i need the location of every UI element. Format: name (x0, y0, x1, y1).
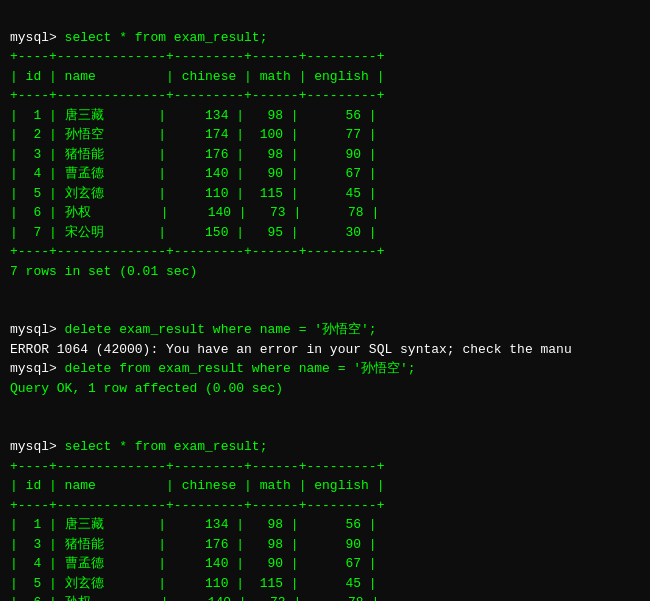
row-1-2: | 2 | 孙悟空 | 174 | 100 | 77 | (10, 127, 377, 142)
row-2-1: | 1 | 唐三藏 | 134 | 98 | 56 | (10, 517, 377, 532)
cmd-1: select * from exam_result; (65, 30, 268, 45)
row-1-4: | 4 | 曹孟德 | 140 | 90 | 67 | (10, 166, 377, 181)
row-2-3: | 3 | 猪悟能 | 176 | 98 | 90 | (10, 537, 377, 552)
header-1: | id | name | chinese | math | english | (10, 69, 384, 84)
header-2: | id | name | chinese | math | english | (10, 478, 384, 493)
row-2-6: | 6 | 孙权 | 140 | 73 | 78 | (10, 595, 379, 601)
sep-top-2: +----+--------------+---------+------+--… (10, 459, 384, 474)
blank-2 (10, 420, 18, 435)
sep-mid-1: +----+--------------+---------+------+--… (10, 88, 384, 103)
row-1-7: | 7 | 宋公明 | 150 | 95 | 30 | (10, 225, 377, 240)
terminal-output: mysql> select * from exam_result; +----+… (10, 8, 640, 601)
sep-mid-2: +----+--------------+---------+------+--… (10, 498, 384, 513)
sep-top-1: +----+--------------+---------+------+--… (10, 49, 384, 64)
row-1-3: | 3 | 猪悟能 | 176 | 98 | 90 | (10, 147, 377, 162)
prompt-3: mysql> (10, 361, 65, 376)
cmd-2: delete exam_result where name = '孙悟空'; (65, 322, 377, 337)
sep-bot-1: +----+--------------+---------+------+--… (10, 244, 384, 259)
row-1-1: | 1 | 唐三藏 | 134 | 98 | 56 | (10, 108, 377, 123)
blank-1 (10, 303, 18, 318)
row-2-5: | 5 | 刘玄德 | 110 | 115 | 45 | (10, 576, 377, 591)
cmd-4: select * from exam_result; (65, 439, 268, 454)
ok-line: Query OK, 1 row affected (0.00 sec) (10, 381, 283, 396)
prompt-2: mysql> (10, 322, 65, 337)
row-1-6: | 6 | 孙权 | 140 | 73 | 78 | (10, 205, 379, 220)
summary-1: 7 rows in set (0.01 sec) (10, 264, 197, 279)
cmd-3: delete from exam_result where name = '孙悟… (65, 361, 416, 376)
prompt-1: mysql> (10, 30, 65, 45)
error-line: ERROR 1064 (42000): You have an error in… (10, 342, 572, 357)
row-1-5: | 5 | 刘玄德 | 110 | 115 | 45 | (10, 186, 377, 201)
row-2-4: | 4 | 曹孟德 | 140 | 90 | 67 | (10, 556, 377, 571)
prompt-4: mysql> (10, 439, 65, 454)
